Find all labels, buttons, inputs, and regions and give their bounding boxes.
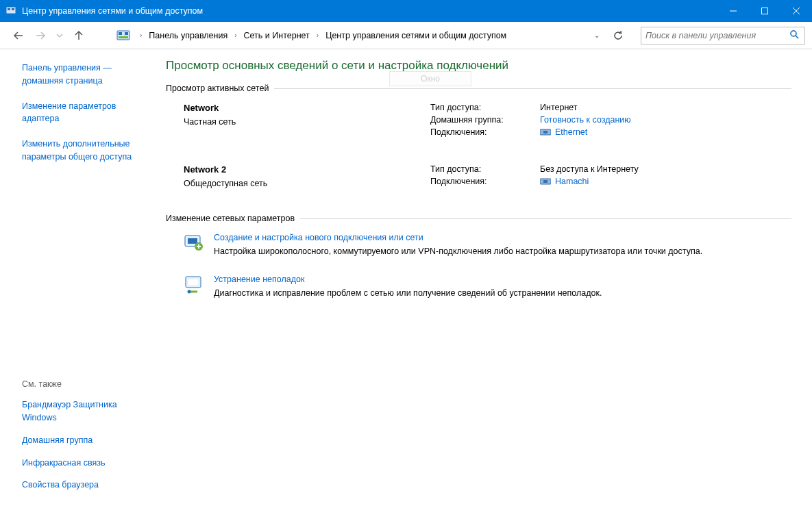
- sidebar-link-home[interactable]: Панель управления — домашняя страница: [22, 62, 152, 88]
- svg-point-14: [791, 31, 796, 36]
- troubleshoot-icon: [184, 275, 204, 295]
- svg-rect-2: [12, 8, 14, 10]
- window-title: Центр управления сетями и общим доступом: [22, 6, 717, 16]
- ethernet-icon: [540, 128, 551, 136]
- active-networks-header: Просмотр активных сетей: [166, 84, 791, 93]
- new-connection-icon: [184, 233, 204, 253]
- recent-locations-button[interactable]: [56, 29, 63, 42]
- network-name: Network: [184, 103, 430, 113]
- access-type-value: Без доступа к Интернету: [540, 164, 639, 174]
- svg-line-15: [796, 36, 798, 38]
- forward-button[interactable]: [34, 29, 47, 42]
- svg-rect-11: [119, 32, 122, 35]
- sidebar-link-infrared[interactable]: Инфракрасная связь: [22, 457, 152, 470]
- setting-desc: Настройка широкополосного, коммутируемог…: [214, 245, 702, 258]
- main-content: Просмотр основных сведений о сети и наст…: [164, 49, 812, 508]
- network-block: Network 2 Общедоступная сеть Тип доступа…: [166, 164, 791, 189]
- location-icon: [116, 29, 130, 42]
- svg-rect-17: [543, 131, 548, 134]
- change-settings-header: Изменение сетевых параметров: [166, 214, 791, 223]
- connection-link[interactable]: Ethernet: [555, 127, 587, 137]
- divider: [300, 218, 791, 219]
- svg-rect-10: [117, 31, 130, 40]
- sidebar-link-internet-options[interactable]: Свойства браузера: [22, 479, 152, 492]
- see-also-section: См. также Брандмауэр Защитника Windows Д…: [22, 379, 158, 501]
- search-icon[interactable]: [789, 29, 800, 41]
- breadcrumb-item[interactable]: Центр управления сетями и общим доступом: [325, 31, 506, 40]
- back-button[interactable]: [12, 29, 25, 42]
- svg-rect-21: [188, 238, 197, 244]
- sidebar: Панель управления — домашняя страница Из…: [0, 49, 164, 508]
- location-dropdown-button[interactable]: ⌄: [594, 31, 600, 39]
- sidebar-link-adapter-settings[interactable]: Изменение параметров адаптера: [22, 100, 152, 126]
- homegroup-label: Домашняя группа:: [430, 115, 540, 125]
- up-button[interactable]: [73, 29, 85, 42]
- see-also-header: См. также: [22, 379, 158, 389]
- setting-item-new-connection: Создание и настройка нового подключения …: [184, 233, 704, 258]
- access-type-label: Тип доступа:: [430, 164, 540, 174]
- titlebar: Центр управления сетями и общим доступом: [0, 0, 812, 22]
- setting-item-troubleshoot: Устранение неполадок Диагностика и испра…: [184, 275, 704, 300]
- access-type-label: Тип доступа:: [430, 103, 540, 112]
- svg-rect-12: [125, 32, 128, 35]
- chevron-right-icon: ›: [317, 31, 319, 39]
- svg-rect-24: [188, 279, 198, 285]
- page-title: Просмотр основных сведений о сети и наст…: [166, 59, 791, 73]
- search-input[interactable]: [645, 31, 789, 40]
- refresh-button[interactable]: [609, 27, 627, 45]
- connection-link[interactable]: Hamachi: [555, 177, 589, 186]
- svg-rect-1: [8, 8, 10, 10]
- divider: [274, 88, 791, 89]
- chevron-right-icon: ›: [140, 31, 142, 39]
- connections-label: Подключения:: [430, 127, 540, 137]
- svg-rect-19: [543, 180, 548, 183]
- breadcrumb-item[interactable]: Сеть и Интернет: [244, 31, 310, 40]
- svg-rect-13: [119, 36, 128, 38]
- setting-title[interactable]: Создание и настройка нового подключения …: [214, 233, 702, 242]
- network-type: Частная сеть: [184, 117, 430, 127]
- breadcrumb-item[interactable]: Панель управления: [149, 31, 227, 40]
- sidebar-link-homegroup[interactable]: Домашняя группа: [22, 434, 152, 447]
- setting-title[interactable]: Устранение неполадок: [214, 275, 602, 284]
- minimize-button[interactable]: [717, 0, 749, 22]
- network-name: Network 2: [184, 164, 430, 175]
- network-type: Общедоступная сеть: [184, 179, 430, 188]
- breadcrumb[interactable]: › Панель управления › Сеть и Интернет › …: [140, 31, 600, 40]
- close-button[interactable]: [780, 0, 812, 22]
- homegroup-link[interactable]: Готовность к созданию: [540, 115, 631, 125]
- search-box[interactable]: [641, 27, 805, 45]
- sidebar-link-firewall[interactable]: Брандмауэр Защитника Windows: [22, 398, 152, 424]
- setting-desc: Диагностика и исправление проблем с сеть…: [214, 287, 602, 300]
- maximize-button[interactable]: [749, 0, 780, 22]
- svg-point-25: [188, 290, 191, 293]
- sidebar-link-advanced-sharing[interactable]: Изменить дополнительные параметры общего…: [22, 138, 152, 164]
- app-icon: [5, 5, 16, 16]
- toolbar: › Панель управления › Сеть и Интернет › …: [0, 22, 812, 49]
- chevron-right-icon: ›: [234, 31, 236, 39]
- access-type-value: Интернет: [540, 103, 578, 112]
- network-block: Network Частная сеть Тип доступа: Интерн…: [166, 103, 791, 140]
- connections-label: Подключения:: [430, 177, 540, 186]
- window-buttons: [717, 0, 812, 22]
- ethernet-icon: [540, 177, 551, 186]
- svg-rect-4: [762, 8, 768, 14]
